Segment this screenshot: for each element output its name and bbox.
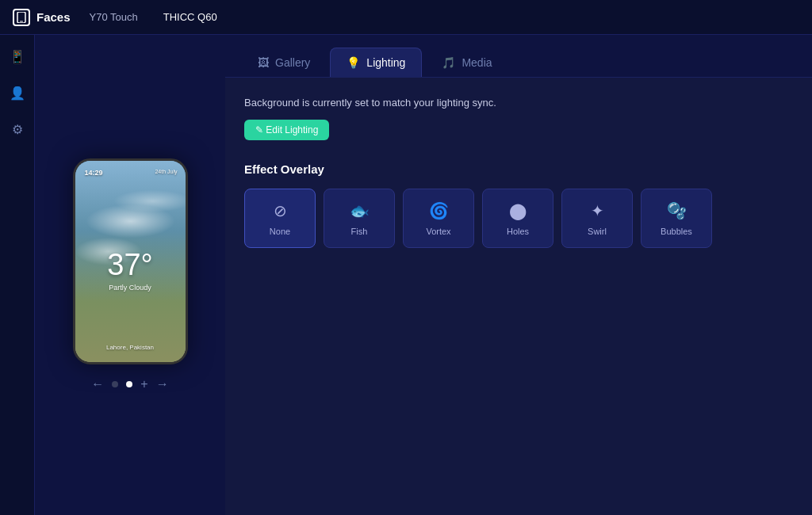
effect-swirl[interactable]: ✦ Swirl xyxy=(561,189,633,248)
vortex-label: Vortex xyxy=(426,227,450,236)
phone-navigation: ← + → xyxy=(91,377,168,391)
lighting-status-text: Background is currently set to match you… xyxy=(244,97,793,109)
effect-fish[interactable]: 🐟 Fish xyxy=(324,189,395,248)
main-area: 14:29 24th July 37° Partly Cloudy Lahore… xyxy=(35,35,812,515)
add-face-button[interactable]: + xyxy=(140,377,147,391)
effect-vortex[interactable]: 🌀 Vortex xyxy=(403,189,474,248)
prev-arrow[interactable]: ← xyxy=(91,377,104,391)
app-title: Faces xyxy=(36,10,71,24)
none-icon: ⊘ xyxy=(274,201,287,220)
sidebar-user-icon[interactable]: 👤 xyxy=(6,81,29,105)
svg-rect-1 xyxy=(20,21,23,21)
sidebar-settings-icon[interactable]: ⚙ xyxy=(6,117,29,141)
nav-dot-2[interactable] xyxy=(126,381,132,387)
fish-label: Fish xyxy=(351,227,368,236)
nav-dot-1[interactable] xyxy=(112,381,118,387)
fish-icon: 🐟 xyxy=(350,201,370,220)
phone-frame: 14:29 24th July 37° Partly Cloudy Lahore… xyxy=(73,158,188,364)
bubbles-icon: 🫧 xyxy=(667,201,687,220)
effects-grid: ⊘ None 🐟 Fish 🌀 Vortex ⬤ Holes xyxy=(244,189,793,248)
media-tab-icon: 🎵 xyxy=(442,56,455,69)
media-tab-label: Media xyxy=(462,56,492,69)
holes-icon: ⬤ xyxy=(509,201,527,220)
effect-overlay-title: Effect Overlay xyxy=(244,162,793,176)
tab-gallery[interactable]: 🖼 Gallery xyxy=(241,48,327,77)
phone-screen: 14:29 24th July 37° Partly Cloudy Lahore… xyxy=(75,161,186,362)
device-thiccq60[interactable]: THICC Q60 xyxy=(157,9,224,25)
topbar: Faces Y70 Touch THICC Q60 xyxy=(0,0,812,35)
swirl-icon: ✦ xyxy=(591,201,604,220)
app-logo: Faces xyxy=(13,9,71,26)
sidebar: 📱 👤 ⚙ xyxy=(0,35,35,515)
phone-preview-panel: 14:29 24th July 37° Partly Cloudy Lahore… xyxy=(35,35,225,515)
lighting-tab-label: Lighting xyxy=(366,56,405,69)
tabs-bar: 🖼 Gallery 💡 Lighting 🎵 Media xyxy=(225,35,812,78)
phone-temperature: 37° xyxy=(107,248,152,282)
lighting-content: Background is currently set to match you… xyxy=(225,78,812,515)
effect-bubbles[interactable]: 🫧 Bubbles xyxy=(641,189,712,248)
edit-lighting-button[interactable]: ✎ Edit Lighting xyxy=(244,120,329,140)
device-y70touch[interactable]: Y70 Touch xyxy=(83,9,144,25)
app-logo-icon xyxy=(13,9,30,26)
vortex-icon: 🌀 xyxy=(429,201,449,220)
tab-media[interactable]: 🎵 Media xyxy=(425,48,508,77)
phone-date: 24th July xyxy=(155,169,177,174)
gallery-tab-icon: 🖼 xyxy=(258,56,269,69)
phone-condition: Partly Cloudy xyxy=(109,284,151,292)
lighting-tab-icon: 💡 xyxy=(347,56,360,69)
sidebar-phone-icon[interactable]: 📱 xyxy=(6,44,29,68)
effect-holes[interactable]: ⬤ Holes xyxy=(482,189,553,248)
gallery-tab-label: Gallery xyxy=(275,56,310,69)
next-arrow[interactable]: → xyxy=(156,377,169,391)
content-panel: 🖼 Gallery 💡 Lighting 🎵 Media Background … xyxy=(225,35,812,515)
none-label: None xyxy=(270,227,290,236)
layout: 📱 👤 ⚙ 14:29 24th July 37° Partly Cloudy … xyxy=(0,35,812,515)
phone-time: 14:29 xyxy=(85,169,103,177)
phone-location: Lahore, Pakistan xyxy=(106,344,154,351)
tab-lighting[interactable]: 💡 Lighting xyxy=(330,48,422,77)
holes-label: Holes xyxy=(507,227,529,236)
effect-none[interactable]: ⊘ None xyxy=(244,189,316,248)
bubbles-label: Bubbles xyxy=(661,227,692,236)
swirl-label: Swirl xyxy=(588,227,607,236)
